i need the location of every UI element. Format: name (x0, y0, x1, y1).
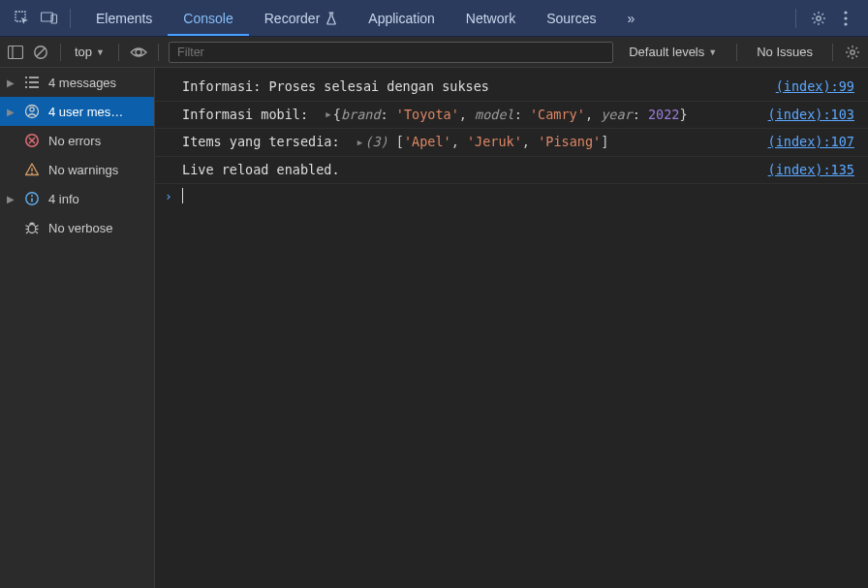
divider (70, 9, 71, 28)
topbar-left-icons (6, 10, 66, 27)
console-row: Informasi: Proses selesai dengan sukses(… (155, 74, 868, 102)
sidebar-item-label: 4 user mes… (48, 105, 123, 119)
svg-point-13 (844, 16, 847, 19)
svg-line-50 (26, 232, 28, 233)
gear-icon[interactable] (843, 43, 862, 62)
chevron-right-icon: ▶ (6, 77, 16, 88)
svg-line-25 (848, 47, 850, 49)
expand-icon[interactable]: ▶ (326, 108, 330, 121)
expand-icon[interactable]: ▶ (357, 136, 362, 149)
prompt-icon: › (165, 189, 182, 203)
console-prompt[interactable]: › (155, 184, 868, 207)
divider (158, 44, 159, 61)
cursor (182, 188, 183, 203)
svg-rect-2 (51, 15, 57, 23)
source-link[interactable]: (index):135 (758, 160, 864, 181)
chevron-down-icon: ▼ (96, 47, 105, 57)
live-expression-icon[interactable] (129, 43, 148, 62)
inspect-icon[interactable] (14, 10, 31, 27)
gear-icon[interactable] (810, 10, 827, 27)
svg-point-20 (851, 49, 854, 53)
svg-line-10 (814, 21, 816, 23)
sidebar-item-error[interactable]: ▶No errors (0, 126, 154, 155)
flask-icon (326, 12, 337, 25)
svg-line-51 (36, 232, 38, 233)
context-picker[interactable]: top ▼ (71, 45, 108, 59)
clear-console-icon[interactable] (31, 43, 50, 62)
devtools-topbar: Elements Console Recorder Application Ne… (0, 0, 868, 37)
sidebar-item-user[interactable]: ▶4 user mes… (0, 97, 154, 126)
bug-icon (23, 220, 41, 235)
tab-label: Sources (546, 11, 596, 26)
tab-more[interactable]: » (612, 0, 651, 36)
svg-point-36 (30, 108, 34, 111)
tab-application[interactable]: Application (353, 0, 450, 36)
sidebar-toggle-icon[interactable] (6, 43, 25, 62)
sidebar-item-label: No errors (48, 134, 101, 148)
console-row: Items yang tersedia: ▶(3) ['Apel', 'Jeru… (155, 129, 868, 157)
sidebar-item-info[interactable]: ▶4 info (0, 184, 154, 213)
divider (60, 44, 61, 61)
svg-line-26 (855, 55, 857, 57)
levels-label: Default levels (629, 45, 704, 59)
console-toolbar: top ▼ Default levels ▼ No Issues (0, 37, 868, 68)
topbar-right-icons (784, 9, 862, 28)
svg-line-8 (814, 14, 816, 15)
svg-point-14 (844, 22, 847, 25)
svg-rect-15 (9, 46, 23, 58)
devtools-tabs: Elements Console Recorder Application Ne… (80, 0, 650, 36)
info-icon (23, 191, 41, 206)
sidebar-item-list[interactable]: ▶4 messages (0, 68, 154, 97)
svg-line-11 (822, 14, 823, 15)
sidebar-item-label: No verbose (48, 221, 112, 235)
user-icon (23, 104, 41, 119)
more-label: » (628, 11, 636, 26)
tab-network[interactable]: Network (450, 0, 531, 36)
tab-recorder[interactable]: Recorder (249, 0, 354, 36)
tab-label: Console (183, 11, 232, 26)
divider (118, 44, 119, 61)
sidebar-item-label: 4 info (48, 192, 79, 206)
issues-label[interactable]: No Issues (747, 45, 822, 59)
chevron-right-icon: ▶ (6, 107, 16, 117)
svg-line-47 (36, 226, 39, 228)
sidebar-item-warn[interactable]: ▶No warnings (0, 155, 154, 184)
tab-sources[interactable]: Sources (531, 0, 611, 36)
tab-label: Application (368, 11, 435, 26)
svg-point-41 (31, 172, 33, 174)
source-link[interactable]: (index):103 (758, 105, 864, 126)
row-content: Informasi: Proses selesai dengan sukses (182, 77, 758, 98)
svg-line-46 (26, 226, 29, 228)
menu-icon[interactable] (837, 10, 854, 27)
row-content: Informasi mobil: ▶{brand: 'Toyota', mode… (182, 105, 758, 126)
sidebar-item-bug[interactable]: ▶No verbose (0, 213, 154, 242)
svg-point-3 (817, 15, 821, 19)
levels-picker[interactable]: Default levels ▼ (619, 45, 727, 59)
svg-line-28 (855, 47, 857, 49)
warn-icon (23, 162, 41, 177)
row-content: Items yang tersedia: ▶(3) ['Apel', 'Jeru… (182, 132, 758, 153)
source-link[interactable]: (index):107 (758, 132, 864, 153)
tab-console[interactable]: Console (168, 0, 248, 36)
sidebar-item-label: 4 messages (48, 76, 116, 90)
source-link[interactable]: (index):99 (758, 77, 864, 98)
svg-point-43 (31, 195, 33, 197)
tab-label: Network (466, 11, 515, 26)
chevron-down-icon: ▼ (708, 47, 717, 57)
tab-elements[interactable]: Elements (80, 0, 168, 36)
context-label: top (75, 45, 92, 59)
list-icon (23, 76, 41, 89)
console-sidebar: ▶4 messages▶4 user mes…▶No errors▶No war… (0, 68, 155, 588)
console-row: Live reload enabled.(index):135 (155, 157, 868, 185)
tab-label: Elements (96, 11, 152, 26)
svg-point-12 (844, 11, 847, 14)
svg-point-45 (28, 225, 36, 233)
tab-label: Recorder (264, 11, 321, 26)
device-toggle-icon[interactable] (41, 10, 58, 27)
main: ▶4 messages▶4 user mes…▶No errors▶No war… (0, 68, 868, 588)
chevron-right-icon: ▶ (6, 194, 16, 204)
divider (832, 44, 833, 61)
filter-input[interactable] (169, 42, 613, 63)
divider (736, 44, 737, 61)
svg-line-27 (848, 55, 850, 57)
